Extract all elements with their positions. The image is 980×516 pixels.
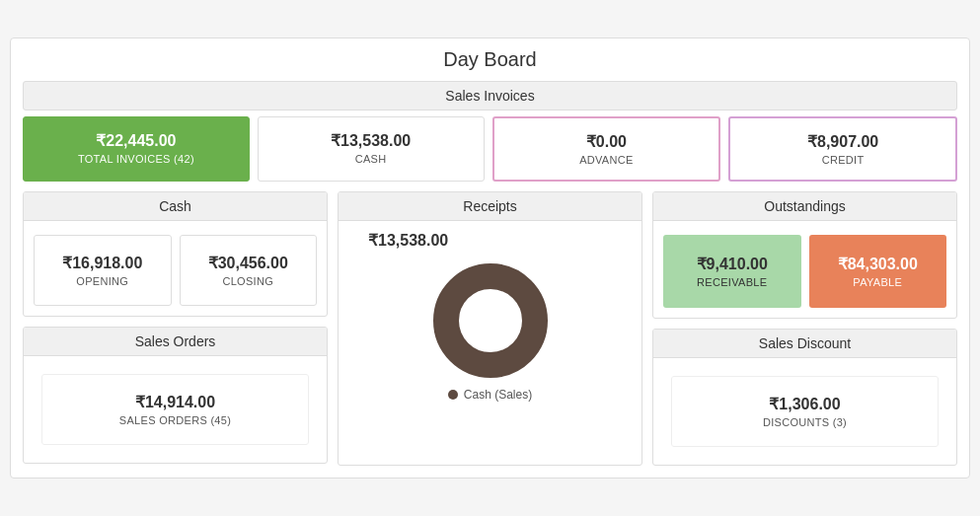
payable-amount: ₹84,303.00 [819,255,938,273]
sales-invoices-header: Sales Invoices [23,81,957,111]
outstandings-inner: ₹9,410.00 RECEIVABLE ₹84,303.00 PAYABLE [663,235,946,308]
main-grid: Cash ₹16,918.00 OPENING ₹30,456.00 CLOSI… [23,191,957,466]
opening-label: OPENING [44,275,161,287]
sales-orders-inner[interactable]: ₹14,914.00 SALES ORDERS (45) [41,374,309,445]
sales-orders-amount: ₹14,914.00 [52,393,298,411]
svg-point-1 [465,295,516,346]
total-invoices-label: TOTAL INVOICES (42) [34,153,239,165]
sales-discount-body: ₹1,306.00 DISCOUNTS (3) [653,358,956,465]
cash-inner: ₹16,918.00 OPENING ₹30,456.00 CLOSING [34,235,317,306]
cash-invoice-label: CASH [268,153,474,165]
invoice-card-credit[interactable]: ₹8,907.00 CREDIT [728,116,957,182]
right-column: Outstandings ₹9,410.00 RECEIVABLE ₹84,30… [652,191,957,466]
cash-panel: Cash ₹16,918.00 OPENING ₹30,456.00 CLOSI… [23,191,328,317]
chart-legend: Cash (Sales) [448,388,532,402]
advance-label: ADVANCE [504,154,710,166]
discount-amount: ₹1,306.00 [682,395,928,413]
sales-discount-header: Sales Discount [653,330,956,358]
invoice-card-total[interactable]: ₹22,445.00 TOTAL INVOICES (42) [23,116,250,182]
opening-box[interactable]: ₹16,918.00 OPENING [34,235,172,306]
page-title: Day Board [23,48,957,71]
sales-orders-header: Sales Orders [24,328,327,356]
opening-amount: ₹16,918.00 [44,254,161,272]
legend-label: Cash (Sales) [464,388,532,402]
sales-discount-panel: Sales Discount ₹1,306.00 DISCOUNTS (3) [652,329,957,466]
closing-label: CLOSING [190,275,307,287]
payable-label: PAYABLE [819,276,938,288]
receipts-amount: ₹13,538.00 [368,231,448,250]
credit-label: CREDIT [740,154,945,166]
receipts-panel: Receipts ₹13,538.00 Cash (Sales) [338,191,642,466]
sales-discount-inner[interactable]: ₹1,306.00 DISCOUNTS (3) [671,376,939,447]
cash-invoice-amount: ₹13,538.00 [268,131,474,150]
donut-svg [431,261,550,380]
donut-chart [431,261,550,380]
receivable-label: RECEIVABLE [673,276,792,288]
cash-panel-body: ₹16,918.00 OPENING ₹30,456.00 CLOSING [24,221,327,316]
outstandings-body: ₹9,410.00 RECEIVABLE ₹84,303.00 PAYABLE [653,221,956,318]
receivable-amount: ₹9,410.00 [673,255,792,273]
legend-dot [448,390,458,400]
payable-card[interactable]: ₹84,303.00 PAYABLE [809,235,947,308]
credit-amount: ₹8,907.00 [740,132,945,151]
outstandings-panel: Outstandings ₹9,410.00 RECEIVABLE ₹84,30… [652,191,957,319]
sales-orders-panel: Sales Orders ₹14,914.00 SALES ORDERS (45… [23,327,328,464]
sales-orders-label: SALES ORDERS (45) [52,414,298,426]
receipts-header: Receipts [339,192,641,221]
sales-orders-body: ₹14,914.00 SALES ORDERS (45) [24,356,327,463]
closing-box[interactable]: ₹30,456.00 CLOSING [180,235,318,306]
left-column: Cash ₹16,918.00 OPENING ₹30,456.00 CLOSI… [23,191,328,466]
cash-panel-header: Cash [24,192,327,221]
dashboard: Day Board Sales Invoices ₹22,445.00 TOTA… [10,37,970,479]
receivable-card[interactable]: ₹9,410.00 RECEIVABLE [663,235,801,308]
outstandings-header: Outstandings [653,192,956,221]
invoice-card-advance[interactable]: ₹0.00 ADVANCE [492,116,721,182]
advance-amount: ₹0.00 [504,132,710,151]
invoice-card-cash[interactable]: ₹13,538.00 CASH [258,116,485,182]
invoices-row: ₹22,445.00 TOTAL INVOICES (42) ₹13,538.0… [23,116,957,182]
discount-label: DISCOUNTS (3) [682,416,928,428]
total-invoices-amount: ₹22,445.00 [34,131,239,150]
receipts-body: ₹13,538.00 Cash (Sales) [339,221,641,411]
closing-amount: ₹30,456.00 [190,254,307,272]
